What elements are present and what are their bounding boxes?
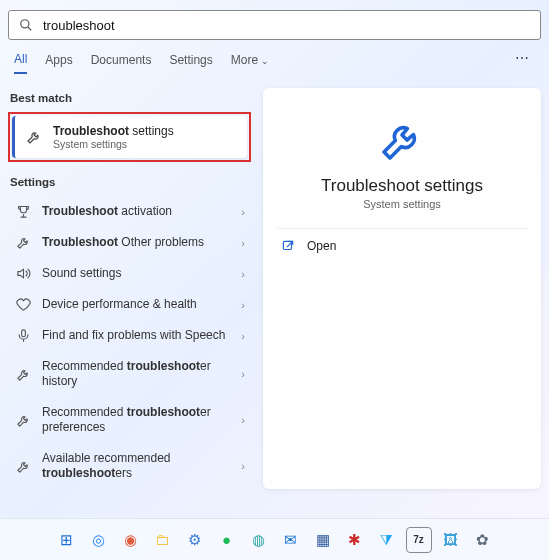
- result-label: Troubleshoot Other problems: [42, 235, 241, 250]
- chevron-right-icon: ›: [241, 299, 245, 311]
- settings-result-item[interactable]: Troubleshoot Other problems›: [8, 227, 251, 258]
- result-label: Find and fix problems with Speech: [42, 328, 241, 343]
- chevron-right-icon: ›: [241, 460, 245, 472]
- settings-result-item[interactable]: Recommended troubleshooter preferences›: [8, 397, 251, 443]
- filter-tabs: All Apps Documents Settings More ⌄ ⋯: [8, 40, 541, 74]
- highlight-box: Troubleshoot settings System settings: [8, 112, 251, 162]
- heart-icon: [14, 297, 32, 312]
- detail-title: Troubleshoot settings: [263, 176, 541, 196]
- chevron-right-icon: ›: [241, 368, 245, 380]
- svg-rect-2: [21, 330, 25, 337]
- tab-all[interactable]: All: [14, 52, 27, 74]
- taskbar-settings-app[interactable]: ⚙: [182, 527, 208, 553]
- chevron-right-icon: ›: [241, 237, 245, 249]
- wrench-icon: [14, 367, 32, 382]
- settings-result-item[interactable]: Device performance & health›: [8, 289, 251, 320]
- wrench-icon: [25, 129, 43, 145]
- overflow-menu[interactable]: ⋯: [515, 50, 531, 66]
- best-match-result[interactable]: Troubleshoot settings System settings: [12, 116, 247, 158]
- settings-result-item[interactable]: Sound settings›: [8, 258, 251, 289]
- taskbar-start[interactable]: ⊞: [54, 527, 80, 553]
- mic-icon: [14, 328, 32, 343]
- tab-settings[interactable]: Settings: [169, 53, 212, 73]
- svg-line-1: [28, 27, 31, 30]
- result-label: Troubleshoot activation: [42, 204, 241, 219]
- settings-result-item[interactable]: Recommended troubleshooter history›: [8, 351, 251, 397]
- settings-section-label: Settings: [8, 172, 251, 196]
- chevron-right-icon: ›: [241, 206, 245, 218]
- taskbar-chrome[interactable]: ◉: [118, 527, 144, 553]
- settings-result-item[interactable]: Find and fix problems with Speech›: [8, 320, 251, 351]
- taskbar-assist[interactable]: ◎: [86, 527, 112, 553]
- wrench-icon: [263, 116, 541, 164]
- chevron-right-icon: ›: [241, 268, 245, 280]
- search-icon: [19, 18, 33, 32]
- svg-rect-3: [283, 241, 291, 249]
- chevron-right-icon: ›: [241, 414, 245, 426]
- search-input[interactable]: [43, 18, 530, 33]
- result-label: Sound settings: [42, 266, 241, 281]
- speaker-icon: [14, 266, 32, 281]
- settings-result-item[interactable]: Available recommended troubleshooters›: [8, 443, 251, 489]
- taskbar-circle-app[interactable]: ◍: [246, 527, 272, 553]
- result-label: Recommended troubleshooter history: [42, 359, 241, 389]
- open-icon: [281, 239, 295, 253]
- result-label: Available recommended troubleshooters: [42, 451, 241, 481]
- taskbar-spotify[interactable]: ●: [214, 527, 240, 553]
- detail-subtitle: System settings: [263, 198, 541, 210]
- tab-apps[interactable]: Apps: [45, 53, 72, 73]
- wrench-icon: [14, 235, 32, 250]
- tab-more[interactable]: More ⌄: [231, 53, 270, 73]
- wrench-icon: [14, 459, 32, 474]
- wrench-icon: [14, 413, 32, 428]
- search-bar[interactable]: [8, 10, 541, 40]
- settings-results-list: Troubleshoot activation›Troubleshoot Oth…: [8, 196, 251, 489]
- result-label: Recommended troubleshooter preferences: [42, 405, 241, 435]
- taskbar-7zip[interactable]: 7z: [406, 527, 432, 553]
- chevron-right-icon: ›: [241, 330, 245, 342]
- best-match-subtitle: System settings: [53, 138, 174, 150]
- tab-documents[interactable]: Documents: [91, 53, 152, 73]
- detail-pane: Troubleshoot settings System settings Op…: [263, 88, 541, 489]
- taskbar-gear[interactable]: ✿: [470, 527, 496, 553]
- taskbar-explorer[interactable]: 🗀: [150, 527, 176, 553]
- taskbar-mail[interactable]: ✉: [278, 527, 304, 553]
- taskbar: ⊞◎◉🗀⚙●◍✉▦✱⧩7z🖼✿: [0, 518, 549, 560]
- settings-result-item[interactable]: Troubleshoot activation›: [8, 196, 251, 227]
- taskbar-vscode[interactable]: ⧩: [374, 527, 400, 553]
- best-match-title: Troubleshoot settings: [53, 124, 174, 138]
- trophy-icon: [14, 204, 32, 219]
- taskbar-word[interactable]: ▦: [310, 527, 336, 553]
- taskbar-puzzle[interactable]: ✱: [342, 527, 368, 553]
- taskbar-photos[interactable]: 🖼: [438, 527, 464, 553]
- result-label: Device performance & health: [42, 297, 241, 312]
- svg-point-0: [21, 20, 29, 28]
- open-action[interactable]: Open: [263, 229, 541, 263]
- best-match-label: Best match: [8, 88, 251, 112]
